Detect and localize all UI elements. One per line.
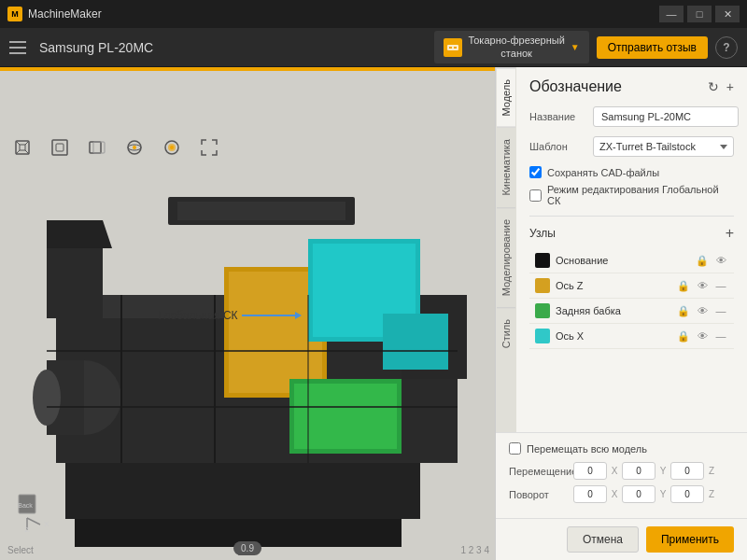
machine-type-icon (444, 38, 462, 57)
panel-bottom: Перемещать всю модель Перемещение X Y Z … (496, 432, 747, 518)
ry-axis-label: Y (659, 489, 667, 499)
svg-rect-2 (454, 47, 457, 49)
add-node-button[interactable]: + (726, 226, 734, 241)
node-eye-button-1[interactable]: 👁 (695, 278, 710, 293)
template-row: Шаблон ZX-Turret B-Tailstock (529, 136, 734, 157)
node-remove-button-1[interactable]: — (713, 278, 728, 293)
menu-button[interactable] (9, 36, 32, 59)
move-z-input[interactable] (670, 462, 704, 480)
z-axis-label: Z (708, 466, 715, 476)
panel-container: Модель Кинематика Моделирование Стиль Об… (496, 67, 747, 432)
minimize-button[interactable]: — (659, 6, 684, 22)
rotate-y-input[interactable] (622, 485, 655, 503)
node-eye-button-0[interactable]: 👁 (713, 253, 728, 268)
version-label: 1 2 3 4 (460, 545, 489, 555)
rotate-z-input[interactable] (670, 485, 704, 503)
rotate-row: Поворот X Y Z (509, 485, 734, 503)
node-actions-1: 🔒 👁 — (676, 278, 728, 293)
app-logo: M (7, 7, 22, 21)
node-name-1: Ось Z (556, 280, 670, 291)
tab-kinematics[interactable]: Кинематика (497, 127, 515, 207)
feedback-button[interactable]: Отправить отзыв (597, 36, 708, 59)
right-panel: Модель Кинематика Моделирование Стиль Об… (495, 67, 747, 560)
3d-viewport[interactable]: Глобальная СК Back Z X 0.9 Select 1 2 3 … (0, 67, 495, 560)
move-row: Перемещение X Y Z (509, 462, 734, 480)
name-label: Название (529, 111, 585, 122)
edit-global-sk-row: Режим редактирования Глобальной СК (529, 184, 734, 206)
node-lock-button-0[interactable]: 🔒 (695, 253, 710, 268)
help-button[interactable]: ? (715, 36, 738, 59)
maximize-button[interactable]: □ (687, 6, 712, 22)
topbar-left: Samsung PL-20MC (9, 36, 153, 59)
nodes-header: Узлы + (529, 226, 734, 241)
node-remove-button-3[interactable]: — (713, 329, 728, 343)
svg-rect-27 (294, 384, 397, 449)
node-lock-button-2[interactable]: 🔒 (676, 303, 691, 318)
section-title: Обозначение (529, 78, 622, 95)
tab-style[interactable]: Стиль (497, 307, 515, 359)
vertical-tabs: Модель Кинематика Моделирование Стиль (496, 67, 516, 432)
move-label: Перемещение (509, 466, 570, 477)
node-list: Основание 🔒 👁 Ось Z 🔒 👁 — (529, 248, 734, 349)
panel-content: Обозначение ↻ + Название Шаблон ZX-Turre… (516, 67, 747, 432)
section-header: Обозначение ↻ + (529, 78, 734, 95)
coord-arrow-icon (242, 315, 298, 316)
node-actions-0: 🔒 👁 (695, 253, 728, 268)
node-lock-button-1[interactable]: 🔒 (676, 278, 691, 293)
y-axis-label: Y (659, 466, 667, 476)
node-lock-button-3[interactable]: 🔒 (676, 329, 691, 343)
add-header-button[interactable]: + (726, 79, 734, 94)
move-y-input[interactable] (622, 462, 655, 480)
nodes-title: Узлы (529, 227, 556, 240)
coordinate-label: Глобальная СК (159, 309, 298, 322)
topbar-right: Токарно-фрезерный станок ▼ Отправить отз… (434, 31, 738, 63)
machine-type-text: Токарно-фрезерный станок (468, 35, 564, 59)
template-label: Шаблон (529, 141, 585, 152)
titlebar: M MachineMaker — □ ✕ (0, 0, 747, 28)
save-cad-checkbox[interactable] (529, 166, 542, 178)
node-item-3[interactable]: Ось X 🔒 👁 — (529, 324, 734, 349)
node-color-1 (535, 278, 550, 293)
close-button[interactable]: ✕ (715, 6, 740, 22)
node-name-3: Ось X (556, 330, 670, 342)
x-axis-label: X (611, 466, 618, 476)
node-name-2: Задняя бабка (556, 305, 670, 316)
rz-axis-label: Z (708, 489, 715, 499)
svg-rect-28 (383, 314, 448, 370)
window-controls: — □ ✕ (659, 6, 740, 22)
node-eye-button-3[interactable]: 👁 (695, 329, 710, 343)
name-input[interactable] (593, 106, 739, 127)
refresh-button[interactable]: ↻ (708, 79, 719, 94)
machine-type-dropdown[interactable]: Токарно-фрезерный станок ▼ (434, 31, 588, 63)
select-label: Select (7, 545, 34, 555)
svg-line-40 (27, 518, 40, 525)
divider (529, 216, 734, 217)
rotate-x-input[interactable] (573, 485, 607, 503)
save-cad-row: Сохранять CAD-файлы (529, 166, 734, 178)
node-remove-button-2[interactable]: — (713, 303, 728, 318)
machine-name-label: Samsung PL-20MC (39, 40, 153, 55)
svg-text:Z: Z (25, 525, 30, 532)
titlebar-left: M MachineMaker (7, 7, 102, 21)
edit-global-sk-label: Режим редактирования Глобальной СК (547, 184, 734, 206)
rx-axis-label: X (611, 489, 618, 499)
apply-button[interactable]: Применить (646, 526, 734, 553)
tab-model[interactable]: Модель (497, 67, 515, 127)
node-item-1[interactable]: Ось Z 🔒 👁 — (529, 273, 734, 299)
action-row: Отмена Применить (496, 518, 747, 560)
template-select[interactable]: ZX-Turret B-Tailstock (593, 136, 734, 157)
node-eye-button-2[interactable]: 👁 (695, 303, 710, 318)
edit-global-sk-checkbox[interactable] (529, 189, 542, 202)
move-x-input[interactable] (573, 462, 607, 480)
cancel-button[interactable]: Отмена (567, 526, 639, 553)
node-item-0[interactable]: Основание 🔒 👁 (529, 248, 734, 273)
rotate-label: Поворот (509, 489, 570, 500)
main-area: Глобальная СК Back Z X 0.9 Select 1 2 3 … (0, 67, 747, 560)
node-item-2[interactable]: Задняя бабка 🔒 👁 — (529, 299, 734, 324)
node-color-3 (535, 329, 550, 343)
tab-modeling[interactable]: Моделирование (497, 207, 515, 307)
mode-badge: 0.9 (233, 541, 261, 555)
save-cad-label: Сохранять CAD-файлы (547, 167, 659, 178)
move-all-checkbox[interactable] (509, 442, 521, 455)
move-all-label: Перемещать всю модель (527, 443, 647, 455)
